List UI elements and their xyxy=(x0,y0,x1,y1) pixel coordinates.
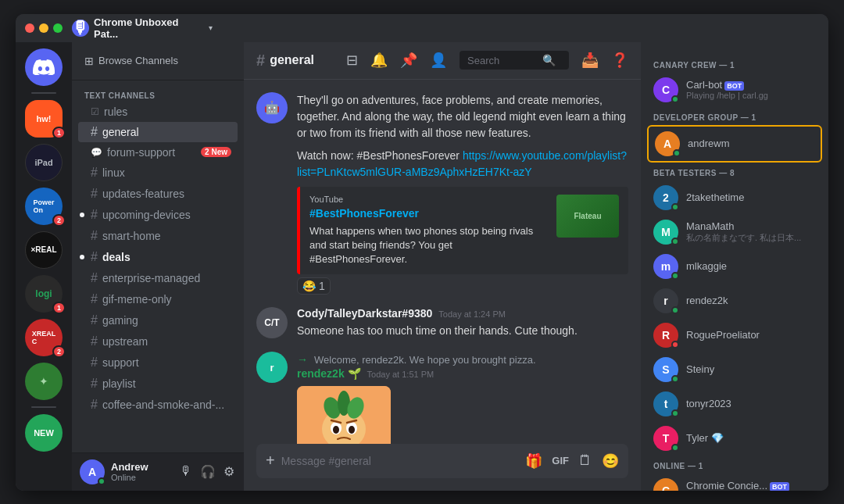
member-tonyr2023[interactable]: t tonyr2023 xyxy=(647,387,822,421)
channel-item-playlist[interactable]: # playlist xyxy=(78,374,238,394)
pin-icon[interactable]: 📌 xyxy=(400,52,417,69)
channel-item-updates-features[interactable]: # updates-features xyxy=(78,184,238,204)
channel-name-updates-features: updates-features xyxy=(102,188,184,200)
carl-bot-subtext: Playing /help | carl.gg xyxy=(686,91,816,100)
channel-item-enterprise[interactable]: # enterprise-managed xyxy=(78,268,238,288)
channel-item-gaming[interactable]: # gaming xyxy=(78,310,238,331)
sticker-icon[interactable]: 🗒 xyxy=(578,452,592,469)
server-avatar-discord[interactable] xyxy=(25,48,63,86)
channel-item-linux[interactable]: # linux xyxy=(78,163,238,183)
server-name: Chrome Unboxed Pat... xyxy=(94,16,204,40)
member-rogueproeliator[interactable]: R RogueProeliator xyxy=(647,318,822,352)
chat-input-box: + 🎁 GIF 🗒 😊 xyxy=(256,444,628,478)
manamath-info: ManaMath 私の名前まなです. 私は日本... xyxy=(686,220,816,244)
embed-title[interactable]: #BestPhonesForever xyxy=(309,207,549,220)
channel-header: ⊞ Browse Channels xyxy=(72,42,244,80)
channel-name-smart-home: smart-home xyxy=(102,230,161,242)
chat-input-icons: 🎁 GIF 🗒 😊 xyxy=(525,452,619,470)
online-header: ONLINE — 1 xyxy=(647,456,822,474)
hash-icon-general: # xyxy=(91,125,98,139)
server-avatar-new[interactable]: NEW xyxy=(25,414,63,452)
2takethetime-info: 2takethetime xyxy=(686,191,816,203)
notification-icon[interactable]: 🔔 xyxy=(370,52,388,69)
search-box[interactable]: 🔍 xyxy=(460,51,569,70)
server-badge-6: 2 xyxy=(52,345,66,358)
server-avatar-3[interactable]: PowerOn 2 xyxy=(25,188,63,225)
member-chromie[interactable]: C Chromie Concie...BOT Playing /help • M… xyxy=(647,474,822,491)
member-andrewm[interactable]: A andrewm xyxy=(647,125,822,163)
member-carl-bot[interactable]: C Carl-botBOT Playing /help | carl.gg xyxy=(647,73,822,107)
server-avatar-4[interactable]: ×REAL xyxy=(25,231,63,269)
server-divider xyxy=(31,92,56,94)
msg-text-1: They'll go on adventures, face problems,… xyxy=(297,92,628,141)
chat-toolbar: # general ⊟ 🔔 📌 👤 🔍 📥 ❓ xyxy=(244,42,641,80)
channel-name-upstream: upstream xyxy=(102,335,148,348)
message-group-3: r → Welcome, rendez2k. We hope you broug… xyxy=(256,352,628,443)
member-rendez2k[interactable]: r rendez2k xyxy=(647,284,822,318)
reaction-laughing[interactable]: 😂 1 xyxy=(297,277,331,295)
chat-area: # general ⊟ 🔔 📌 👤 🔍 📥 ❓ xyxy=(244,42,641,491)
close-button[interactable] xyxy=(25,23,34,33)
channel-item-general[interactable]: # general xyxy=(78,122,238,142)
microphone-icon[interactable]: 🎙 xyxy=(178,463,194,481)
tyler-name: Tyler 💎 xyxy=(686,432,816,444)
grid-icon: ⊞ xyxy=(84,55,94,67)
channel-item-upcoming-devices[interactable]: # upcoming-devices xyxy=(78,205,238,225)
mlkaggie-avatar: m xyxy=(653,254,678,279)
msg-avatar-3: r xyxy=(256,352,288,383)
server-avatar-6[interactable]: XREALC 2 xyxy=(25,319,63,356)
embed-provider: YouTube xyxy=(309,195,549,204)
chat-input[interactable] xyxy=(281,449,520,474)
server-avatar-7[interactable]: ✦ xyxy=(25,363,63,400)
channel-item-coffee[interactable]: # coffee-and-smoke-and-... xyxy=(78,395,238,415)
steiny-avatar: S xyxy=(653,357,678,382)
channel-item-forum-support[interactable]: 💬 forum-support 2 New xyxy=(78,143,238,162)
channel-item-upstream[interactable]: # upstream xyxy=(78,331,238,352)
gift-icon[interactable]: 🎁 xyxy=(525,452,542,470)
channel-item-gif-meme[interactable]: # gif-meme-only xyxy=(78,289,238,309)
toolbar-icons: ⊟ 🔔 📌 👤 🔍 📥 ❓ xyxy=(346,51,628,70)
server-header[interactable]: 🎙 Chrome Unboxed Pat... ▾ xyxy=(72,16,213,40)
member-steiny[interactable]: S Steiny xyxy=(647,352,822,387)
forum-icon: 💬 xyxy=(91,147,102,158)
canary-crew-header: CANARY CREW — 1 xyxy=(647,55,822,73)
emoji-icon[interactable]: 😊 xyxy=(602,452,619,470)
members-icon[interactable]: 👤 xyxy=(430,52,447,69)
msg-avatar-1: 🤖 xyxy=(256,92,288,123)
member-manamath[interactable]: M ManaMath 私の名前まなです. 私は日本... xyxy=(647,215,822,249)
system-text: Welcome, rendez2k. We hope you brought p… xyxy=(314,354,536,366)
help-icon[interactable]: ❓ xyxy=(611,52,628,69)
maximize-button[interactable] xyxy=(53,23,63,33)
minimize-button[interactable] xyxy=(39,23,48,33)
search-input[interactable] xyxy=(467,55,538,66)
msg-text-2: Someone has too much time on their hands… xyxy=(297,323,628,339)
inbox-icon[interactable]: 📥 xyxy=(581,52,599,69)
mlkaggie-info: mlkaggie xyxy=(686,260,816,272)
embed-thumb-label: Flateau xyxy=(556,195,619,238)
server-avatar-1[interactable]: hw! 1 xyxy=(25,100,63,138)
rendez2k-status xyxy=(671,306,679,314)
browse-channels-button[interactable]: ⊞ Browse Channels xyxy=(84,52,231,70)
server-avatar-2[interactable]: iPad xyxy=(25,144,63,181)
embed-content: YouTube #BestPhonesForever What happens … xyxy=(309,195,549,267)
channel-item-deals[interactable]: # deals xyxy=(78,247,238,267)
best-phones-link[interactable]: https://www.youtube.com/playlist?list=PL… xyxy=(297,149,627,178)
server-avatar-5[interactable]: logi 1 xyxy=(25,275,63,313)
add-file-button[interactable]: + xyxy=(266,452,275,470)
gif-icon[interactable]: GIF xyxy=(552,455,569,466)
msg-content-1: They'll go on adventures, face problems,… xyxy=(297,92,628,295)
username-label: Andrew xyxy=(111,461,172,473)
member-tyler[interactable]: T Tyler 💎 xyxy=(647,421,822,456)
channel-item-rules[interactable]: ☑ rules xyxy=(78,102,238,121)
carl-bot-name: Carl-botBOT xyxy=(686,79,816,91)
headphone-icon[interactable]: 🎧 xyxy=(198,463,217,481)
hash-icon-smart-home: # xyxy=(91,229,98,243)
threads-icon[interactable]: ⊟ xyxy=(346,52,358,69)
channel-item-support[interactable]: # support xyxy=(78,352,238,373)
unread-dot-upcoming xyxy=(80,213,84,217)
member-2takethetime[interactable]: 2 2takethetime xyxy=(647,181,822,215)
steiny-info: Steiny xyxy=(686,363,816,375)
member-mlkaggie[interactable]: m mlkaggie xyxy=(647,249,822,284)
settings-icon[interactable]: ⚙ xyxy=(222,463,236,481)
channel-item-smart-home[interactable]: # smart-home xyxy=(78,226,238,246)
